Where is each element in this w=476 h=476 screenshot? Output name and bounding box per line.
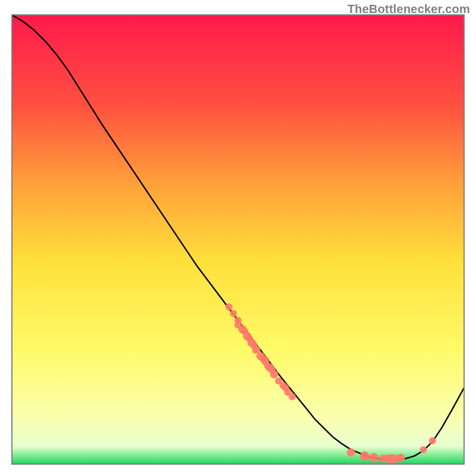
data-point [369,453,378,462]
data-point [429,437,436,444]
data-point [360,451,369,461]
gradient-background [12,15,464,464]
data-point [226,303,233,311]
watermark-label: TheBottlenecker.com [347,2,470,16]
data-point [397,453,405,462]
data-point [230,310,237,317]
data-point [347,448,355,456]
data-point [420,446,427,453]
chart-svg [0,0,476,476]
data-point [289,393,296,400]
chart-container: TheBottlenecker.com [0,0,476,476]
data-point [270,370,278,378]
plot-area [12,15,464,464]
